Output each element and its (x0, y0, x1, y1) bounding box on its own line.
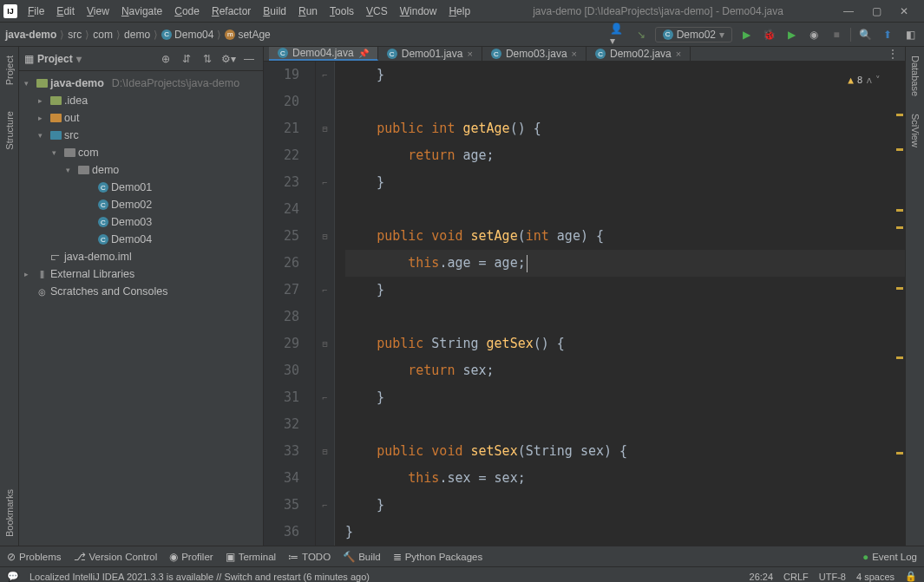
ide-settings-icon[interactable]: ◧ (901, 26, 919, 43)
tabs-more-icon[interactable]: ⋮ (881, 47, 905, 61)
tool-todo[interactable]: ≔ TODO (288, 551, 331, 563)
close-button[interactable]: ✕ (896, 5, 912, 17)
maximize-button[interactable]: ▢ (868, 5, 884, 17)
inspections-widget[interactable]: ▲ 8 ʌ ˅ (848, 67, 881, 94)
collapse-all-icon[interactable]: ⇅ (199, 50, 216, 68)
breadcrumb-item[interactable]: com (93, 29, 113, 41)
run-button[interactable]: ▶ (737, 26, 755, 43)
close-tab-icon[interactable]: × (467, 49, 472, 59)
tree-com[interactable]: ▾com (19, 144, 263, 161)
tree-class-demo04[interactable]: C Demo04 (19, 231, 263, 248)
navbar: java-demo⟩src⟩com⟩demo⟩CDemo04⟩msetAge 👤… (0, 23, 924, 47)
tool-python-packages[interactable]: ≣ Python Packages (393, 551, 483, 563)
code-editor[interactable]: 192021222324252627282930313233343536 ⌐⊟⌐… (264, 62, 905, 546)
status-encoding[interactable]: UTF-8 (819, 572, 846, 582)
code-text-area[interactable]: ▲ 8 ʌ ˅ } public int getAge() { return a… (335, 62, 905, 546)
editor-area: CDemo04.java📌CDemo01.java×CDemo03.java×C… (264, 47, 905, 546)
status-indent[interactable]: 4 spaces (856, 572, 895, 582)
update-icon[interactable]: ⬆ (879, 26, 896, 43)
status-caret-pos[interactable]: 26:24 (750, 572, 774, 582)
breadcrumb-item[interactable]: demo (124, 29, 150, 41)
editor-tab[interactable]: CDemo02.java× (587, 47, 691, 61)
menu-refactor[interactable]: Refactor (206, 3, 256, 19)
window-title: java-demo [D:\IdeaProjects\java-demo] - … (475, 5, 841, 17)
tool-build[interactable]: 🔨 Build (343, 551, 381, 563)
settings-gear-icon[interactable]: ⚙▾ (220, 50, 237, 68)
tool-structure[interactable]: Structure (4, 111, 15, 150)
stop-button[interactable]: ■ (828, 26, 845, 43)
menu-file[interactable]: File (23, 3, 49, 19)
app-logo: IJ (3, 4, 17, 18)
tool-vcs[interactable]: ⎇ Version Control (74, 551, 158, 563)
run-config-selector[interactable]: C Demo02 ▾ (655, 27, 732, 43)
tool-project[interactable]: Project (4, 56, 15, 85)
class-icon: C (278, 48, 288, 58)
editor-tab[interactable]: CDemo01.java× (378, 47, 482, 61)
menu-tools[interactable]: Tools (324, 3, 359, 19)
profile-button[interactable]: ◉ (805, 26, 822, 43)
user-icon[interactable]: 👤▾ (610, 26, 627, 43)
menu-run[interactable]: Run (293, 3, 323, 19)
tree-src[interactable]: ▾src (19, 127, 263, 144)
breadcrumb-item[interactable]: java-demo (5, 29, 56, 41)
project-tree[interactable]: ▾ java-demoD:\IdeaProjects\java-demo ▸.i… (19, 71, 263, 546)
status-eol[interactable]: CRLF (783, 572, 809, 582)
menu-view[interactable]: View (82, 3, 115, 19)
tree-root[interactable]: ▾ java-demoD:\IdeaProjects\java-demo (19, 75, 263, 92)
event-log[interactable]: ● Event Log (862, 552, 917, 562)
project-panel-title[interactable]: Project ▾ (37, 53, 82, 65)
status-notification-icon[interactable]: 💬 (7, 571, 19, 582)
tree-class-demo02[interactable]: C Demo02 (19, 196, 263, 213)
close-tab-icon[interactable]: × (676, 49, 681, 59)
prev-highlight-icon[interactable]: ʌ (866, 67, 872, 94)
menu-navigate[interactable]: Navigate (116, 3, 167, 19)
class-icon: C (595, 49, 606, 59)
error-stripe[interactable] (895, 62, 905, 546)
left-tool-stripe: Project Structure Bookmarks (0, 47, 19, 546)
tool-profiler[interactable]: ◉ Profiler (169, 551, 213, 563)
menu-vcs[interactable]: VCS (361, 3, 393, 19)
tree-class-demo01[interactable]: C Demo01 (19, 179, 263, 196)
tree-out[interactable]: ▸out (19, 109, 263, 127)
right-tool-stripe: Database SciView (905, 47, 924, 546)
tree-demo[interactable]: ▾demo (19, 161, 263, 179)
hide-panel-icon[interactable]: — (240, 50, 258, 68)
coverage-button[interactable]: ▶ (783, 26, 800, 43)
tree-idea[interactable]: ▸.idea (19, 92, 263, 109)
breadcrumb-item[interactable]: CDemo04 (161, 29, 213, 41)
editor-tab[interactable]: CDemo04.java📌 (269, 47, 378, 61)
tool-sciview[interactable]: SciView (910, 114, 921, 147)
close-tab-icon[interactable]: × (572, 49, 577, 59)
status-readonly-icon[interactable]: 🔒 (905, 571, 917, 582)
library-icon (36, 268, 48, 280)
fold-gutter[interactable]: ⌐⊟⌐⊟⌐⊟⌐⊟⌐ (316, 62, 335, 546)
tree-scratches[interactable]: ◎Scratches and Consoles (19, 283, 263, 300)
class-icon: C (491, 49, 501, 59)
tool-terminal[interactable]: ▣ Terminal (226, 551, 276, 563)
tool-bookmarks[interactable]: Bookmarks (4, 489, 15, 537)
tool-problems[interactable]: ⊘ Problems (7, 551, 62, 563)
menu-edit[interactable]: Edit (51, 3, 80, 19)
menu-build[interactable]: Build (258, 3, 292, 19)
line-number-gutter[interactable]: 192021222324252627282930313233343536 (264, 62, 316, 546)
next-highlight-icon[interactable]: ˅ (875, 67, 881, 94)
menu-window[interactable]: Window (395, 3, 442, 19)
tool-database[interactable]: Database (910, 56, 921, 96)
search-icon[interactable]: 🔍 (856, 26, 874, 43)
tree-class-demo03[interactable]: C Demo03 (19, 213, 263, 231)
breadcrumb-item[interactable]: msetAge (225, 29, 270, 41)
expand-all-icon[interactable]: ⇵ (178, 50, 195, 68)
tree-external-libraries[interactable]: ▸External Libraries (19, 265, 263, 283)
editor-tab[interactable]: CDemo03.java× (482, 47, 587, 61)
build-hammer-icon[interactable]: ↘ (632, 26, 650, 43)
tree-iml[interactable]: ⫍java-demo.iml (19, 248, 263, 265)
menu-help[interactable]: Help (443, 3, 475, 19)
breadcrumb-item[interactable]: src (68, 29, 82, 41)
bottom-tool-stripe: ⊘ Problems ⎇ Version Control ◉ Profiler … (0, 546, 924, 566)
menu-code[interactable]: Code (169, 3, 205, 19)
locate-icon[interactable]: ⊕ (157, 50, 174, 68)
debug-button[interactable]: 🐞 (760, 26, 777, 43)
pin-icon[interactable]: 📌 (358, 49, 369, 58)
minimize-button[interactable]: — (841, 5, 856, 17)
status-message[interactable]: Localized IntelliJ IDEA 2021.3.3 is avai… (29, 572, 370, 582)
